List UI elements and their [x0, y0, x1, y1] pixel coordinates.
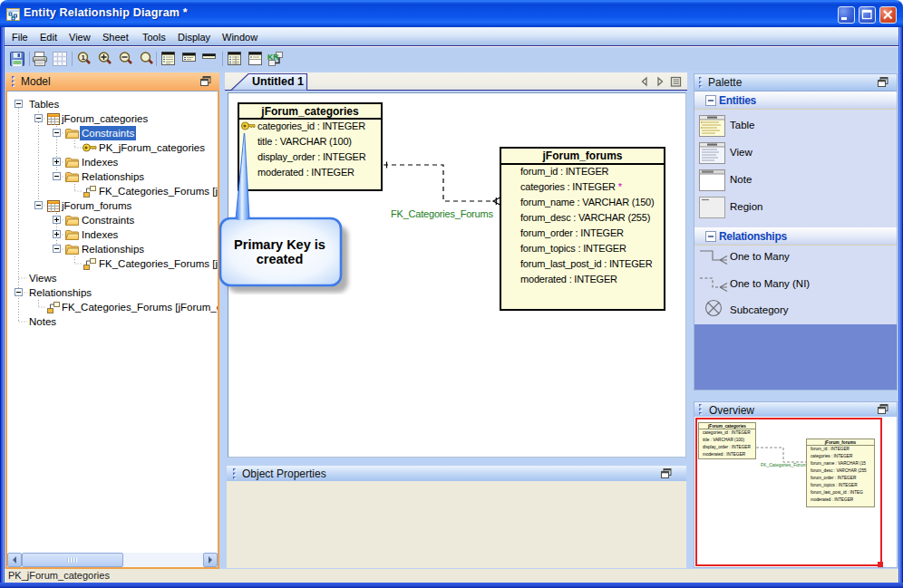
svg-text:1: 1 — [82, 53, 86, 62]
svg-text:KR: KR — [267, 53, 278, 62]
